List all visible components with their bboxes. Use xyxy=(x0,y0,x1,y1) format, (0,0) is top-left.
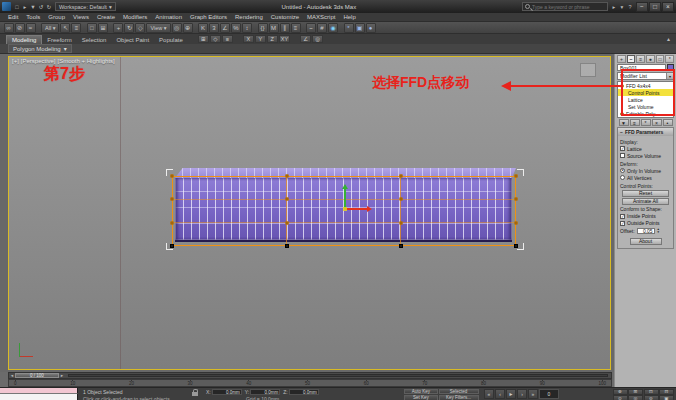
schematic-view-icon[interactable]: # xyxy=(317,23,327,33)
menu-item[interactable]: Help xyxy=(339,14,359,20)
spinner-arrows[interactable]: ▲▼ xyxy=(657,228,660,233)
viewcube[interactable] xyxy=(580,63,596,77)
select-move-icon[interactable]: + xyxy=(113,23,123,33)
rollout-header[interactable]: − FFD Parameters xyxy=(618,128,673,136)
play-icon[interactable]: ► xyxy=(506,389,516,399)
search-go-icon[interactable]: ▸ xyxy=(610,2,618,11)
angle-snap-icon[interactable]: ∠ xyxy=(220,23,230,33)
inside-points-checkbox[interactable]: ✓Inside Points xyxy=(620,213,671,220)
animate-all-button[interactable]: Animate All xyxy=(622,198,669,205)
render-frame-icon[interactable]: ▣ xyxy=(355,23,365,33)
show-end-result-icon[interactable]: ≡ xyxy=(630,119,640,126)
zoom-region-icon[interactable]: ⊟ xyxy=(659,389,674,395)
only-in-volume-radio[interactable]: ●Only In Volume xyxy=(620,167,671,174)
track-bar[interactable]: 0102030405060708090100 xyxy=(8,379,612,387)
axis-constraint-button[interactable]: XY xyxy=(279,35,290,43)
menu-item[interactable]: Rendering xyxy=(231,14,267,20)
viewport-menu-plus[interactable]: [+] xyxy=(12,58,19,64)
remove-modifier-icon[interactable]: × xyxy=(652,119,662,126)
tab-motion[interactable]: ● xyxy=(646,55,655,63)
mirror-icon[interactable]: M xyxy=(269,23,279,33)
snap-toggle-icon[interactable]: 3 xyxy=(209,23,219,33)
coordinate-value[interactable]: 0.0mm xyxy=(250,389,280,395)
material-editor-icon[interactable]: ◉ xyxy=(328,23,338,33)
coordinate-z-field[interactable]: Z:0.0mm xyxy=(283,389,318,395)
all-vertices-radio[interactable]: All Vertices xyxy=(620,174,671,181)
current-frame-field[interactable]: 0 xyxy=(539,389,559,399)
fov-icon[interactable]: ⊖ xyxy=(644,395,659,400)
go-to-start-icon[interactable]: « xyxy=(484,389,494,399)
reference-coordsys-dropdown[interactable]: View ▾ xyxy=(146,23,170,33)
coordinate-value[interactable]: 0.0mm xyxy=(212,389,242,395)
named-selection-sets-icon[interactable]: {} xyxy=(258,23,268,33)
tab-modify[interactable]: ~ xyxy=(627,55,636,63)
menu-item[interactable]: Animation xyxy=(151,14,186,20)
auto-key-button[interactable]: Auto Key xyxy=(404,389,438,395)
select-scale-icon[interactable]: ◇ xyxy=(135,23,145,33)
axis-constraint-button[interactable]: Y xyxy=(255,35,266,43)
workspace-dropdown[interactable]: Workspace: Default▾ xyxy=(55,2,116,11)
max-logo[interactable] xyxy=(2,2,11,11)
redo-icon[interactable]: ↻ xyxy=(45,2,53,11)
about-button[interactable]: About xyxy=(630,238,662,245)
selected-dropdown[interactable]: Selected xyxy=(439,389,479,395)
angle-snap-ribbon-icon[interactable]: ∠ xyxy=(300,35,311,43)
edit-poly-mode-icon[interactable]: ⊞ xyxy=(198,35,209,43)
percent-snap-icon[interactable]: % xyxy=(231,23,241,33)
zoom-all-icon[interactable]: ⊞ xyxy=(628,389,643,395)
next-frame-icon[interactable]: › xyxy=(517,389,527,399)
select-manipulate-icon[interactable]: ⊕ xyxy=(183,23,193,33)
time-slider-handle[interactable]: 0 / 100 xyxy=(15,373,59,378)
tab-freeform[interactable]: Freeform xyxy=(42,35,76,44)
outside-points-checkbox[interactable]: ✓Outside Points xyxy=(620,220,671,227)
curve-editor-icon[interactable]: ~ xyxy=(306,23,316,33)
unlink-icon[interactable]: ⊘ xyxy=(15,23,25,33)
menu-item[interactable]: Edit xyxy=(4,14,22,20)
zoom-extents-icon[interactable]: ⊡ xyxy=(644,389,659,395)
use-soft-selection-icon[interactable]: ◇ xyxy=(210,35,221,43)
use-center-icon[interactable]: ◎ xyxy=(172,23,182,33)
restore-button[interactable]: □ xyxy=(649,2,661,12)
tab-selection[interactable]: Selection xyxy=(77,35,112,44)
go-to-end-icon[interactable]: » xyxy=(528,389,538,399)
help-icon[interactable]: ? xyxy=(626,2,634,11)
previous-frame-icon[interactable]: ‹ xyxy=(495,389,505,399)
set-key-button[interactable]: Set Key xyxy=(404,395,438,400)
menu-item[interactable]: Views xyxy=(69,14,93,20)
tab-hierarchy[interactable]: ≡ xyxy=(636,55,645,63)
viewport[interactable]: [+] [Perspective] [Smooth + Highlights] xyxy=(8,56,611,370)
minimize-ribbon-icon[interactable]: ▴ xyxy=(667,35,670,42)
select-object-icon[interactable]: ↖ xyxy=(60,23,70,33)
tab-utilities[interactable]: * xyxy=(665,55,674,63)
time-slider-next-icon[interactable]: ► xyxy=(59,373,65,378)
menu-item[interactable]: Graph Editors xyxy=(186,14,231,20)
pivot-ribbon-icon[interactable]: ◎ xyxy=(312,35,323,43)
axis-constraint-button[interactable]: X xyxy=(243,35,254,43)
time-slider[interactable]: ◄ 0 / 100 ► xyxy=(8,372,612,379)
infocenter-search[interactable] xyxy=(522,2,608,11)
tab-modeling[interactable]: Modeling xyxy=(6,35,42,44)
tab-display[interactable]: □ xyxy=(656,55,665,63)
lattice-checkbox[interactable]: ✓Lattice xyxy=(620,145,671,152)
window-crossing-icon[interactable]: ⊞ xyxy=(98,23,108,33)
menu-item[interactable]: Modifiers xyxy=(119,14,151,20)
gizmo-x-axis[interactable] xyxy=(345,208,367,210)
tab-create[interactable]: + xyxy=(617,55,626,63)
orbit-icon[interactable]: ◎ xyxy=(628,395,643,400)
key-filters-button[interactable]: Key Filters... xyxy=(439,395,479,400)
spinner-snap-icon[interactable]: ↕ xyxy=(242,23,252,33)
select-rotate-icon[interactable]: ↻ xyxy=(124,23,134,33)
menu-item[interactable]: MAXScript xyxy=(303,14,339,20)
configure-modifier-sets-icon[interactable]: • xyxy=(663,119,673,126)
select-link-icon[interactable]: ∞ xyxy=(4,23,14,33)
minimize-button[interactable]: − xyxy=(636,2,648,12)
undo-icon[interactable]: ↺ xyxy=(37,2,45,11)
close-button[interactable]: × xyxy=(662,2,674,12)
maximize-viewport-icon[interactable]: ▣ xyxy=(659,395,674,400)
sel-by-name-ribbon-icon[interactable]: ≡ xyxy=(222,35,233,43)
render-setup-icon[interactable]: * xyxy=(344,23,354,33)
coordinate-x-field[interactable]: X:0.0mm xyxy=(206,389,242,395)
source-volume-checkbox[interactable]: Source Volume xyxy=(620,152,671,159)
pin-stack-icon[interactable]: ▼ xyxy=(619,119,629,126)
menu-item[interactable]: Customize xyxy=(267,14,303,20)
